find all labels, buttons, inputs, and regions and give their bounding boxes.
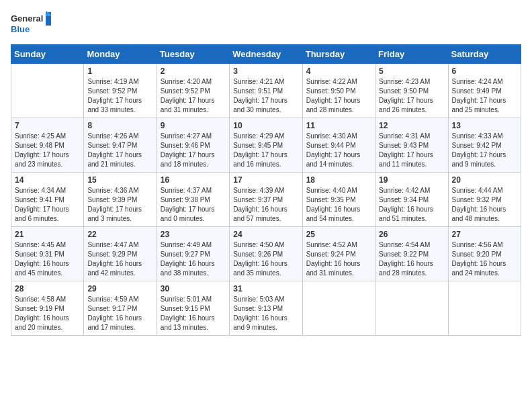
day-info: Sunrise: 4:56 AM Sunset: 9:20 PM Dayligh… xyxy=(452,240,517,278)
day-number: 6 xyxy=(452,66,517,76)
day-number: 13 xyxy=(452,121,517,130)
day-number: 20 xyxy=(452,175,517,185)
page-header: General Blue xyxy=(11,11,521,38)
calendar-cell: 26Sunrise: 4:54 AM Sunset: 9:22 PM Dayli… xyxy=(375,227,448,281)
calendar-cell: 14Sunrise: 4:34 AM Sunset: 9:41 PM Dayli… xyxy=(11,173,84,227)
day-number: 12 xyxy=(379,121,444,130)
day-number: 18 xyxy=(306,175,371,185)
day-info: Sunrise: 4:45 AM Sunset: 9:31 PM Dayligh… xyxy=(15,240,80,278)
day-info: Sunrise: 4:20 AM Sunset: 9:52 PM Dayligh… xyxy=(161,77,226,115)
day-number: 14 xyxy=(15,175,80,185)
day-info: Sunrise: 4:23 AM Sunset: 9:50 PM Dayligh… xyxy=(379,77,444,115)
day-header-friday: Friday xyxy=(375,45,448,64)
day-number: 7 xyxy=(15,121,80,130)
calendar-cell: 6Sunrise: 4:24 AM Sunset: 9:49 PM Daylig… xyxy=(448,64,521,118)
day-info: Sunrise: 4:33 AM Sunset: 9:42 PM Dayligh… xyxy=(452,132,517,169)
calendar-table: SundayMondayTuesdayWednesdayThursdayFrid… xyxy=(11,44,521,336)
day-header-thursday: Thursday xyxy=(302,45,375,64)
calendar-cell: 15Sunrise: 4:36 AM Sunset: 9:39 PM Dayli… xyxy=(84,173,157,227)
day-info: Sunrise: 4:27 AM Sunset: 9:46 PM Dayligh… xyxy=(161,132,226,169)
svg-text:General: General xyxy=(11,13,43,24)
day-info: Sunrise: 4:21 AM Sunset: 9:51 PM Dayligh… xyxy=(233,77,298,115)
day-header-saturday: Saturday xyxy=(448,45,521,64)
day-info: Sunrise: 5:01 AM Sunset: 9:15 PM Dayligh… xyxy=(161,295,226,332)
calendar-cell: 22Sunrise: 4:47 AM Sunset: 9:29 PM Dayli… xyxy=(84,227,157,281)
calendar-cell: 29Sunrise: 4:59 AM Sunset: 9:17 PM Dayli… xyxy=(84,281,157,336)
day-info: Sunrise: 4:36 AM Sunset: 9:39 PM Dayligh… xyxy=(87,186,152,224)
calendar-cell: 7Sunrise: 4:25 AM Sunset: 9:48 PM Daylig… xyxy=(11,118,84,173)
svg-text:Blue: Blue xyxy=(11,24,30,34)
calendar-cell: 5Sunrise: 4:23 AM Sunset: 9:50 PM Daylig… xyxy=(375,64,448,118)
day-number: 21 xyxy=(15,230,80,239)
calendar-cell: 28Sunrise: 4:58 AM Sunset: 9:19 PM Dayli… xyxy=(11,281,84,336)
calendar-cell: 27Sunrise: 4:56 AM Sunset: 9:20 PM Dayli… xyxy=(448,227,521,281)
day-number: 15 xyxy=(87,175,152,185)
day-info: Sunrise: 4:40 AM Sunset: 9:35 PM Dayligh… xyxy=(306,186,371,224)
calendar-cell: 25Sunrise: 4:52 AM Sunset: 9:24 PM Dayli… xyxy=(302,227,375,281)
day-info: Sunrise: 4:42 AM Sunset: 9:34 PM Dayligh… xyxy=(379,186,444,224)
day-info: Sunrise: 4:19 AM Sunset: 9:52 PM Dayligh… xyxy=(87,77,152,115)
day-info: Sunrise: 4:39 AM Sunset: 9:37 PM Dayligh… xyxy=(233,186,298,224)
day-info: Sunrise: 4:29 AM Sunset: 9:45 PM Dayligh… xyxy=(233,132,298,169)
day-number: 16 xyxy=(161,175,226,185)
day-info: Sunrise: 4:47 AM Sunset: 9:29 PM Dayligh… xyxy=(87,240,152,278)
day-header-wednesday: Wednesday xyxy=(230,45,302,64)
day-number: 26 xyxy=(379,230,444,239)
day-number: 30 xyxy=(161,284,226,293)
logo: General Blue xyxy=(11,11,51,38)
day-info: Sunrise: 4:59 AM Sunset: 9:17 PM Dayligh… xyxy=(87,295,152,332)
day-info: Sunrise: 4:54 AM Sunset: 9:22 PM Dayligh… xyxy=(379,240,444,278)
calendar-cell: 16Sunrise: 4:37 AM Sunset: 9:38 PM Dayli… xyxy=(157,173,229,227)
calendar-cell: 20Sunrise: 4:44 AM Sunset: 9:32 PM Dayli… xyxy=(448,173,521,227)
calendar-cell: 21Sunrise: 4:45 AM Sunset: 9:31 PM Dayli… xyxy=(11,227,84,281)
calendar-cell: 18Sunrise: 4:40 AM Sunset: 9:35 PM Dayli… xyxy=(302,173,375,227)
calendar-cell: 23Sunrise: 4:49 AM Sunset: 9:27 PM Dayli… xyxy=(157,227,229,281)
day-number: 5 xyxy=(379,66,444,76)
calendar-cell xyxy=(11,64,84,118)
day-header-sunday: Sunday xyxy=(11,45,84,64)
day-info: Sunrise: 4:37 AM Sunset: 9:38 PM Dayligh… xyxy=(161,186,226,224)
day-info: Sunrise: 4:52 AM Sunset: 9:24 PM Dayligh… xyxy=(306,240,371,278)
calendar-cell: 10Sunrise: 4:29 AM Sunset: 9:45 PM Dayli… xyxy=(230,118,302,173)
day-info: Sunrise: 4:50 AM Sunset: 9:26 PM Dayligh… xyxy=(233,240,298,278)
day-number: 25 xyxy=(306,230,371,239)
day-info: Sunrise: 5:03 AM Sunset: 9:13 PM Dayligh… xyxy=(233,295,298,332)
day-number: 11 xyxy=(306,121,371,130)
calendar-cell: 19Sunrise: 4:42 AM Sunset: 9:34 PM Dayli… xyxy=(375,173,448,227)
day-info: Sunrise: 4:22 AM Sunset: 9:50 PM Dayligh… xyxy=(306,77,371,115)
calendar-cell: 13Sunrise: 4:33 AM Sunset: 9:42 PM Dayli… xyxy=(448,118,521,173)
day-number: 24 xyxy=(233,230,298,239)
day-info: Sunrise: 4:58 AM Sunset: 9:19 PM Dayligh… xyxy=(15,295,80,332)
day-number: 9 xyxy=(161,121,226,130)
calendar-cell: 31Sunrise: 5:03 AM Sunset: 9:13 PM Dayli… xyxy=(230,281,302,336)
calendar-cell xyxy=(375,281,448,336)
calendar-cell: 1Sunrise: 4:19 AM Sunset: 9:52 PM Daylig… xyxy=(84,64,157,118)
day-number: 10 xyxy=(233,121,298,130)
day-info: Sunrise: 4:34 AM Sunset: 9:41 PM Dayligh… xyxy=(15,186,80,224)
day-number: 31 xyxy=(233,284,298,293)
day-info: Sunrise: 4:31 AM Sunset: 9:43 PM Dayligh… xyxy=(379,132,444,169)
day-number: 2 xyxy=(161,66,226,76)
calendar-cell: 30Sunrise: 5:01 AM Sunset: 9:15 PM Dayli… xyxy=(157,281,229,336)
day-header-monday: Monday xyxy=(84,45,157,64)
day-number: 1 xyxy=(87,66,152,76)
calendar-cell xyxy=(302,281,375,336)
day-number: 29 xyxy=(87,284,152,293)
day-number: 4 xyxy=(306,66,371,76)
calendar-cell: 24Sunrise: 4:50 AM Sunset: 9:26 PM Dayli… xyxy=(230,227,302,281)
calendar-cell: 8Sunrise: 4:26 AM Sunset: 9:47 PM Daylig… xyxy=(84,118,157,173)
day-number: 19 xyxy=(379,175,444,185)
day-number: 3 xyxy=(233,66,298,76)
day-number: 28 xyxy=(15,284,80,293)
day-info: Sunrise: 4:26 AM Sunset: 9:47 PM Dayligh… xyxy=(87,132,152,169)
day-number: 22 xyxy=(87,230,152,239)
calendar-cell: 17Sunrise: 4:39 AM Sunset: 9:37 PM Dayli… xyxy=(230,173,302,227)
logo-svg: General Blue xyxy=(11,11,51,38)
day-number: 23 xyxy=(161,230,226,239)
calendar-cell: 11Sunrise: 4:30 AM Sunset: 9:44 PM Dayli… xyxy=(302,118,375,173)
day-number: 17 xyxy=(233,175,298,185)
calendar-cell xyxy=(448,281,521,336)
day-info: Sunrise: 4:44 AM Sunset: 9:32 PM Dayligh… xyxy=(452,186,517,224)
calendar-cell: 2Sunrise: 4:20 AM Sunset: 9:52 PM Daylig… xyxy=(157,64,229,118)
day-number: 27 xyxy=(452,230,517,239)
